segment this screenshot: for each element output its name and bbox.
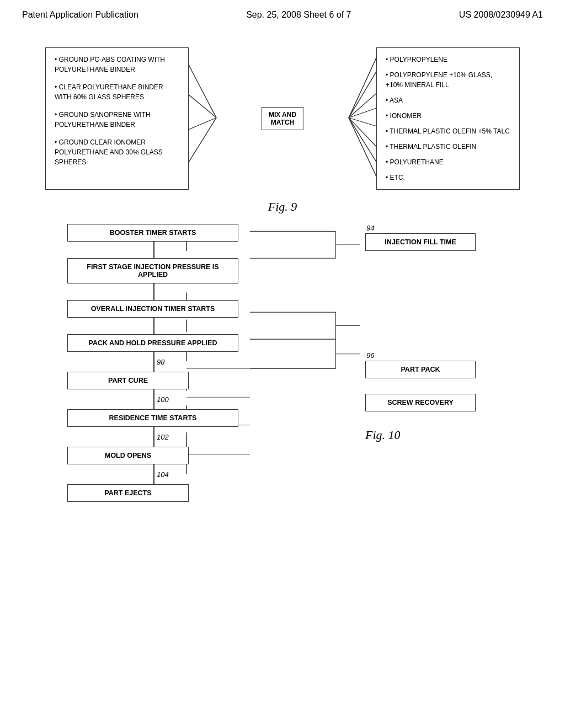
- fig9-right-item-8: ETC.: [386, 173, 510, 183]
- fig9-right-item-7: POLYURETHANE: [386, 157, 510, 167]
- connector-4: [153, 352, 154, 372]
- fig9-right-box: POLYPROPYLENE POLYPROPYLENE +10% GLASS, …: [376, 47, 520, 190]
- flow-row-6: RESIDENCE TIME STARTS: [45, 409, 520, 427]
- connector-2: [153, 283, 154, 300]
- svg-line-8: [349, 117, 376, 126]
- flow-box-pack-hold: PACK AND HOLD PRESSURE APPLIED: [67, 334, 238, 352]
- fig9-left-item-4: GROUND CLEAR IONOMER POLYURETHANE AND 30…: [55, 137, 179, 167]
- fig9-left-item-3: GROUND SANOPRENE WITH POLYURETHANE BINDE…: [55, 110, 179, 130]
- connector-3: [153, 318, 154, 334]
- flow-row-7: MOLD OPENS: [45, 447, 520, 464]
- ref-102: 102: [157, 433, 169, 441]
- fig9-right-item-6: THERMAL PLASTIC OLEFIN: [386, 142, 510, 152]
- connector-1: [153, 242, 154, 258]
- svg-line-1: [189, 95, 216, 118]
- svg-line-9: [349, 117, 376, 146]
- flow-box-overall-injection: OVERALL INJECTION TIMER STARTS: [67, 300, 238, 318]
- flow-box-part-cure: PART CURE: [67, 372, 189, 389]
- flow-box-mold-opens: MOLD OPENS: [67, 447, 189, 464]
- fig9-left-item-1: GROUND PC-ABS COATING WITH POLYURETHANE …: [55, 55, 179, 74]
- ref-98: 98: [157, 358, 164, 366]
- ref-104-row: 104: [45, 464, 520, 484]
- flow-box-residence-time: RESIDENCE TIME STARTS: [67, 409, 238, 427]
- svg-line-6: [349, 93, 376, 117]
- fig9-boxes: GROUND PC-ABS COATING WITH POLYURETHANE …: [45, 47, 520, 190]
- flow-row-8: PART EJECTS: [45, 484, 520, 502]
- svg-line-10: [349, 117, 376, 162]
- fig9-mix-match-box: MIX ANDMATCH: [262, 107, 303, 130]
- ref-100-row: 100: [45, 389, 520, 409]
- flow-row-3: OVERALL INJECTION TIMER STARTS: [45, 300, 520, 318]
- fig9-left-item-2: CLEAR POLYURETHANE BINDER WITH 60% GLASS…: [55, 82, 179, 102]
- fig9-right-item-4: IONOMER: [386, 111, 510, 121]
- header-left: Patent Application Publication: [22, 10, 138, 20]
- ref-98-row: 98: [45, 352, 520, 372]
- fig9-caption: Fig. 9: [22, 200, 543, 214]
- fig10-diagram: BOOSTER TIMER STARTS FIRST STAGE INJECTI…: [22, 224, 543, 502]
- page-header: Patent Application Publication Sep. 25, …: [0, 0, 565, 25]
- fig9-right-item-3: ASA: [386, 95, 510, 105]
- fig10-flow-column: BOOSTER TIMER STARTS FIRST STAGE INJECTI…: [45, 224, 520, 502]
- svg-line-7: [349, 108, 376, 117]
- fig9-left-box: GROUND PC-ABS COATING WITH POLYURETHANE …: [45, 47, 189, 190]
- header-center: Sep. 25, 2008 Sheet 6 of 7: [246, 10, 351, 20]
- fig10-inner: BOOSTER TIMER STARTS FIRST STAGE INJECTI…: [45, 224, 520, 502]
- svg-line-0: [189, 65, 216, 118]
- ref-104: 104: [157, 470, 169, 479]
- fig9-right-item-5: THERMAL PLASTIC OLEFIN +5% TALC: [386, 126, 510, 136]
- svg-line-5: [349, 72, 376, 117]
- flow-box-part-ejects: PART EJECTS: [67, 484, 189, 502]
- connector-7: [153, 464, 154, 484]
- flow-box-booster-timer: BOOSTER TIMER STARTS: [67, 224, 238, 242]
- flow-row-2: FIRST STAGE INJECTION PRESSURE IS APPLIE…: [45, 258, 520, 283]
- flow-row-4: PACK AND HOLD PRESSURE APPLIED: [45, 334, 520, 352]
- svg-line-2: [189, 117, 216, 129]
- ref-100: 100: [157, 395, 169, 404]
- fig9-diagram: GROUND PC-ABS COATING WITH POLYURETHANE …: [22, 47, 543, 190]
- svg-line-3: [189, 117, 216, 162]
- svg-line-4: [349, 58, 376, 118]
- flow-box-first-stage: FIRST STAGE INJECTION PRESSURE IS APPLIE…: [67, 258, 238, 283]
- ref-102-row: 102: [45, 427, 520, 447]
- svg-line-11: [349, 117, 376, 176]
- connector-5: [153, 389, 154, 409]
- flow-row-5: PART CURE: [45, 372, 520, 389]
- connector-6: [153, 427, 154, 447]
- flow-row-1: BOOSTER TIMER STARTS: [45, 224, 520, 242]
- header-right: US 2008/0230949 A1: [459, 10, 543, 20]
- fig9-right-item-2: POLYPROPYLENE +10% GLASS, +10% MINERAL F…: [386, 70, 510, 90]
- fig9-right-item-1: POLYPROPYLENE: [386, 55, 510, 65]
